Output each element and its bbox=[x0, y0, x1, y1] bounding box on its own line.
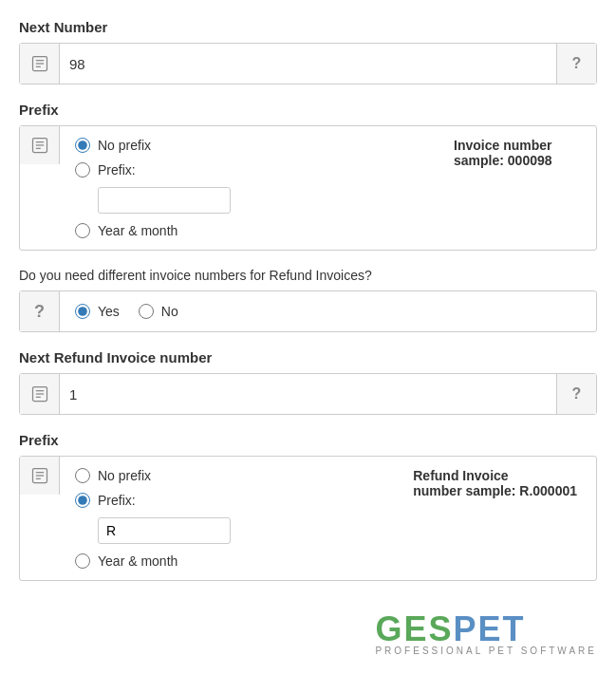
prefix-text-input[interactable] bbox=[98, 187, 231, 214]
refund-question-options: Yes No bbox=[60, 291, 596, 331]
refund-sample-value: R.000001 bbox=[519, 483, 577, 498]
logo-ges: GES bbox=[375, 609, 453, 648]
refund-question-section: Do you need different invoice numbers fo… bbox=[19, 268, 597, 332]
no-prefix-label: No prefix bbox=[98, 138, 151, 153]
invoice-sample-subtitle: sample: 000098 bbox=[454, 153, 577, 168]
next-number-row: ? bbox=[19, 43, 597, 84]
prefix-label: Prefix bbox=[19, 102, 597, 118]
refund-no-prefix-row: No prefix bbox=[75, 468, 379, 483]
refund-prefix-label: Prefix bbox=[19, 432, 597, 448]
refund-prefix-section: Prefix No prefix Prefix: Year & month bbox=[19, 432, 597, 581]
prefix-row: No prefix Prefix: Year & month Invoice n… bbox=[19, 125, 597, 251]
next-number-section: Next Number ? bbox=[19, 19, 597, 84]
yes-row: Yes bbox=[75, 304, 120, 319]
next-number-help-icon[interactable]: ? bbox=[556, 44, 596, 84]
no-prefix-radio[interactable] bbox=[75, 138, 90, 153]
prefix-input-row: Prefix: bbox=[75, 162, 420, 178]
refund-no-prefix-radio[interactable] bbox=[75, 468, 90, 483]
prefix-options: No prefix Prefix: Year & month bbox=[60, 126, 435, 250]
next-refund-number-icon bbox=[20, 374, 60, 414]
refund-no-label: No bbox=[161, 304, 178, 319]
next-refund-number-help-icon[interactable]: ? bbox=[556, 374, 596, 414]
refund-year-month-radio[interactable] bbox=[75, 553, 90, 569]
refund-yes-radio[interactable] bbox=[75, 304, 90, 319]
refund-prefix-options: No prefix Prefix: Year & month bbox=[60, 457, 394, 580]
year-month-radio[interactable] bbox=[75, 223, 90, 238]
question-icon: ? bbox=[20, 291, 60, 331]
refund-question-text: Do you need different invoice numbers fo… bbox=[19, 268, 597, 283]
logo-pet: PET bbox=[453, 609, 525, 648]
no-prefix-row: No prefix bbox=[75, 138, 420, 153]
no-row: No bbox=[139, 304, 178, 319]
prefix-section: Prefix No prefix Prefix: Year & month bbox=[19, 102, 597, 251]
next-number-input[interactable] bbox=[60, 44, 556, 84]
next-refund-number-section: Next Refund Invoice number ? bbox=[19, 349, 597, 415]
invoice-sample-box: Invoice number sample: 000098 bbox=[435, 126, 596, 179]
year-month-row: Year & month bbox=[75, 223, 420, 238]
refund-prefix-radio[interactable] bbox=[75, 493, 90, 508]
next-number-icon bbox=[20, 44, 60, 84]
refund-prefix-radio-label: Prefix: bbox=[98, 493, 136, 508]
refund-sample-box: Refund Invoice number sample: R.000001 bbox=[394, 457, 596, 510]
refund-prefix-row: No prefix Prefix: Year & month Refund In… bbox=[19, 456, 597, 581]
refund-no-prefix-label: No prefix bbox=[98, 468, 151, 483]
next-refund-number-input[interactable] bbox=[60, 374, 556, 414]
invoice-sample-title: Invoice number bbox=[454, 138, 577, 153]
refund-sample-title: Refund Invoice bbox=[413, 468, 577, 483]
logo: GESPET PROFESSIONAL PET SOFTWARE bbox=[375, 609, 597, 656]
refund-question-row: ? Yes No bbox=[19, 290, 597, 332]
invoice-sample-value: 000098 bbox=[508, 153, 552, 168]
prefix-icon bbox=[20, 126, 60, 164]
logo-main: GESPET bbox=[375, 609, 597, 649]
logo-area: GESPET PROFESSIONAL PET SOFTWARE bbox=[19, 609, 597, 656]
logo-sub: PROFESSIONAL PET SOFTWARE bbox=[375, 646, 597, 656]
prefix-radio[interactable] bbox=[75, 162, 90, 178]
refund-prefix-text-input[interactable] bbox=[98, 517, 231, 544]
refund-no-radio[interactable] bbox=[139, 304, 154, 319]
next-refund-number-label: Next Refund Invoice number bbox=[19, 349, 597, 365]
next-refund-number-row: ? bbox=[19, 373, 597, 415]
refund-year-month-label: Year & month bbox=[98, 553, 177, 569]
refund-yes-label: Yes bbox=[98, 304, 120, 319]
refund-prefix-icon bbox=[20, 457, 60, 495]
year-month-label: Year & month bbox=[98, 223, 177, 238]
refund-sample-subtitle: number sample: R.000001 bbox=[413, 483, 577, 498]
refund-prefix-input-row: Prefix: bbox=[75, 493, 379, 508]
next-number-label: Next Number bbox=[19, 19, 597, 35]
prefix-radio-label: Prefix: bbox=[98, 162, 136, 178]
refund-year-month-row: Year & month bbox=[75, 553, 379, 569]
